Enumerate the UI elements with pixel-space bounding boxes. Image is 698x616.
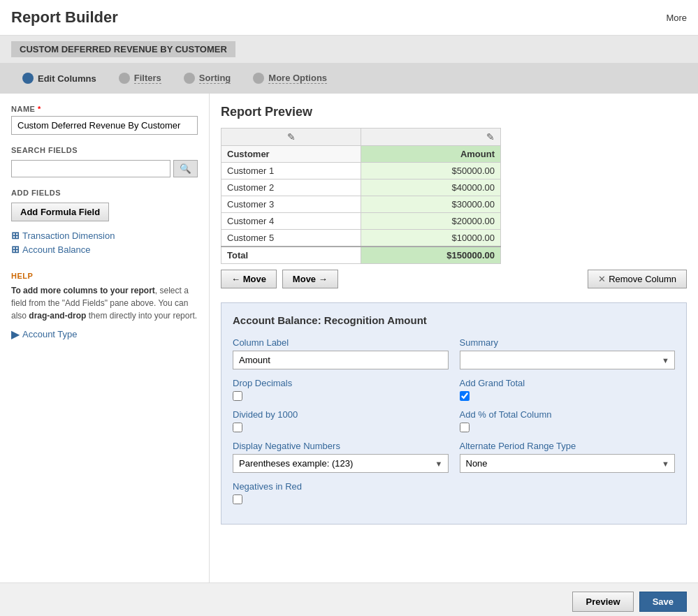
search-button[interactable]: 🔍: [173, 160, 198, 177]
customer-cell: Customer 1: [221, 163, 361, 179]
search-icon: 🔍: [180, 163, 191, 174]
edit-icons-row: ✎ ✎: [221, 129, 501, 146]
move-left-button[interactable]: ← Move: [221, 270, 277, 288]
divided-by-1000-row: [233, 423, 449, 432]
customer-cell: Customer 4: [221, 213, 361, 230]
total-amount: $150000.00: [361, 247, 501, 264]
divided-by-1000-label: Divided by 1000: [233, 409, 449, 420]
tab-label-sorting: Sorting: [199, 73, 231, 84]
field-groups: ⊞ Transaction Dimension ⊞ Account Balanc…: [11, 230, 198, 255]
left-panel: NAME * SEARCH FIELDS 🔍 ADD FIELDS Add Fo…: [0, 94, 210, 582]
name-label: NAME *: [11, 105, 198, 113]
tab-circle-filters: [119, 73, 130, 84]
column-settings-panel: Account Balance: Recognition Amount Colu…: [221, 302, 687, 525]
amount-cell: $50000.00: [361, 163, 501, 179]
drop-decimals-field: Drop Decimals: [233, 378, 449, 401]
help-label: HELP: [11, 272, 198, 280]
remove-column-button[interactable]: ✕ Remove Column: [588, 270, 687, 288]
transaction-dimension-label: Transaction Dimension: [22, 230, 115, 241]
page-header: Report Builder More: [0, 0, 698, 36]
table-actions: ← Move Move → ✕ Remove Column: [221, 270, 687, 288]
report-preview-title: Report Preview: [221, 105, 687, 119]
table-row: Customer 4 $20000.00: [221, 213, 501, 230]
drop-decimals-label: Drop Decimals: [233, 378, 449, 388]
move-right-button[interactable]: Move →: [282, 270, 338, 288]
search-input[interactable]: [11, 160, 170, 177]
divided-by-1000-checkbox[interactable]: [233, 423, 242, 432]
move-left-icon: ←: [231, 274, 243, 284]
tabs-bar: Edit Columns Filters Sorting More Option…: [0, 63, 698, 94]
amount-cell: $20000.00: [361, 213, 501, 230]
negatives-in-red-row: [233, 494, 449, 504]
tab-edit-columns[interactable]: Edit Columns: [11, 68, 108, 88]
page-title: Report Builder: [11, 8, 118, 27]
account-balance-group[interactable]: ⊞ Account Balance: [11, 244, 198, 255]
total-label: Total: [221, 247, 361, 264]
add-pct-checkbox[interactable]: [460, 423, 470, 432]
save-button[interactable]: Save: [639, 592, 687, 612]
table-row: Customer 2 $40000.00: [221, 179, 501, 196]
more-button[interactable]: More: [666, 13, 687, 23]
report-subtitle-bar: CUSTOM DEFERRED REVENUE BY CUSTOMER: [0, 36, 698, 63]
table-header-row: Customer Amount: [221, 146, 501, 163]
summary-label: Summary: [460, 337, 676, 348]
add-grand-total-checkbox[interactable]: [460, 391, 470, 401]
preview-table: ✎ ✎ Customer Amount Customer 1 $50000.00…: [221, 128, 501, 264]
display-negative-select[interactable]: Parentheses example: (123) Minus Sign ex…: [233, 454, 449, 473]
account-type-label: Account Type: [22, 329, 78, 339]
search-row: 🔍: [11, 160, 198, 177]
tab-more-options[interactable]: More Options: [242, 68, 338, 88]
settings-left-col: Column Label Drop Decimals Divided by 10…: [233, 337, 449, 513]
settings-right-col: Summary Sum Average Count ▼ Ad: [460, 337, 676, 513]
tab-label-filters: Filters: [134, 73, 161, 84]
add-pct-label: Add % of Total Column: [460, 409, 676, 420]
column-label-input[interactable]: [233, 351, 449, 369]
x-icon: ✕: [598, 274, 606, 284]
column-label-label: Column Label: [233, 337, 449, 348]
alt-period-select-wrapper: None Prior Year Prior Period ▼: [460, 454, 676, 473]
report-name-input[interactable]: [11, 116, 198, 135]
amount-cell: $10000.00: [361, 230, 501, 247]
summary-select[interactable]: Sum Average Count: [460, 351, 676, 369]
tab-circle-edit-columns: [22, 73, 34, 84]
tab-sorting[interactable]: Sorting: [173, 68, 242, 88]
preview-button[interactable]: Preview: [572, 592, 633, 612]
negatives-in-red-field: Negatives in Red: [233, 481, 449, 504]
edit-amount-column-icon[interactable]: ✎: [361, 129, 501, 146]
main-content: NAME * SEARCH FIELDS 🔍 ADD FIELDS Add Fo…: [0, 94, 698, 582]
tab-circle-more-options: [253, 73, 264, 84]
bottom-bar: Preview Save: [0, 582, 698, 616]
transaction-dimension-group[interactable]: ⊞ Transaction Dimension: [11, 230, 198, 241]
plus-icon-transaction: ⊞: [11, 230, 20, 241]
summary-field: Summary Sum Average Count ▼: [460, 337, 676, 369]
tab-circle-sorting: [184, 73, 195, 84]
negatives-in-red-checkbox[interactable]: [233, 494, 242, 504]
alt-period-select[interactable]: None Prior Year Prior Period: [460, 454, 676, 473]
help-text-drag: drag-and-drop: [29, 311, 86, 321]
total-row: Total $150000.00: [221, 247, 501, 264]
pencil-icon-amount: ✎: [486, 131, 495, 142]
help-text: To add more columns to your report, sele…: [11, 284, 198, 322]
column-header-customer: Customer: [221, 146, 361, 163]
add-pct-field: Add % of Total Column: [460, 409, 676, 432]
negatives-in-red-label: Negatives in Red: [233, 481, 449, 492]
help-section: HELP To add more columns to your report,…: [11, 272, 198, 341]
settings-grid: Column Label Drop Decimals Divided by 10…: [233, 337, 675, 513]
cursor-icon: ▶: [11, 328, 20, 341]
add-formula-field-button[interactable]: Add Formula Field: [11, 203, 109, 221]
tab-filters[interactable]: Filters: [108, 68, 173, 88]
search-fields-label: SEARCH FIELDS: [11, 146, 198, 154]
drop-decimals-checkbox[interactable]: [233, 391, 242, 401]
account-type-row[interactable]: ▶ Account Type: [11, 328, 198, 341]
customer-cell: Customer 3: [221, 196, 361, 213]
pencil-icon-customer: ✎: [287, 131, 296, 142]
add-pct-row: [460, 423, 676, 432]
name-section: NAME *: [11, 105, 198, 135]
edit-customer-column-icon[interactable]: ✎: [221, 129, 361, 146]
tab-label-edit-columns: Edit Columns: [38, 73, 96, 84]
amount-cell: $40000.00: [361, 179, 501, 196]
required-star: *: [38, 105, 41, 113]
add-fields-label: ADD FIELDS: [11, 189, 198, 197]
plus-icon-account: ⊞: [11, 244, 20, 255]
table-row: Customer 1 $50000.00: [221, 163, 501, 179]
